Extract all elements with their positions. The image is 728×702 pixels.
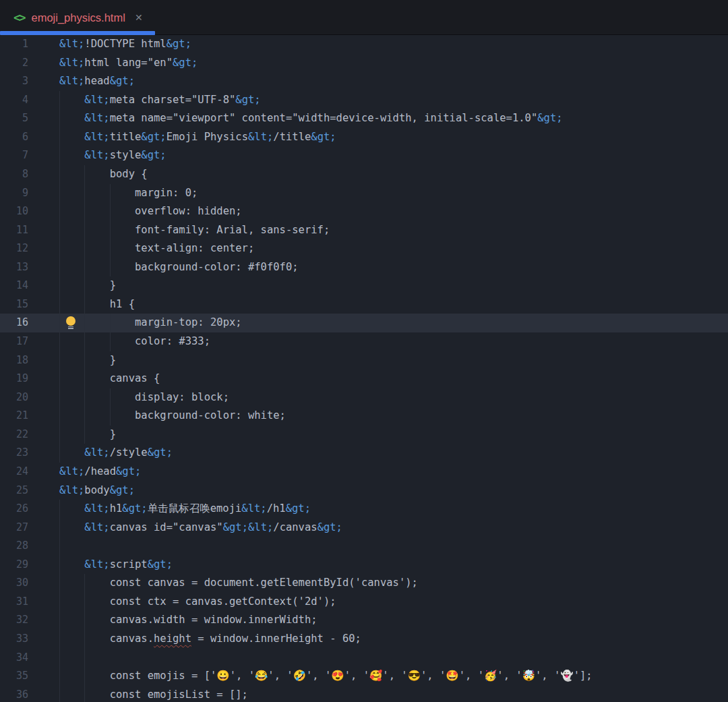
line-number[interactable]: 15 (0, 295, 49, 314)
indent-guide (84, 202, 85, 221)
code-line[interactable]: 25&lt;body&gt; (0, 481, 728, 500)
line-number[interactable]: 20 (0, 388, 49, 407)
code-token: &lt; (59, 75, 84, 87)
code-line[interactable]: 34 (0, 649, 728, 668)
code-line[interactable]: 23 &lt;/style&gt; (0, 444, 728, 463)
line-number[interactable]: 21 (0, 407, 49, 426)
line-number[interactable]: 14 (0, 276, 49, 295)
code-line[interactable]: 10 overflow: hidden; (0, 202, 728, 221)
code-line[interactable]: 2&lt;html lang="en"&gt; (0, 54, 728, 73)
lightbulb-icon[interactable] (65, 316, 75, 330)
code-line[interactable]: 27 &lt;canvas id="canvas"&gt;&lt;/canvas… (0, 519, 728, 537)
code-line[interactable]: 14 } (0, 276, 728, 295)
code-line[interactable]: 16 margin-top: 20px; (0, 314, 728, 332)
code-line[interactable]: 31 const ctx = canvas.getContext('2d'); (0, 593, 728, 612)
line-number[interactable]: 26 (0, 500, 49, 519)
line-number[interactable]: 23 (0, 444, 49, 463)
code-line[interactable]: 21 background-color: white; (0, 407, 728, 426)
tab-emoji-physics-html[interactable]: <> emoji_physics.html ✕ (0, 0, 155, 35)
code-line-content: } (49, 351, 728, 370)
code-line-content: &lt;script&gt; (49, 556, 728, 575)
code-line[interactable]: 7 &lt;style&gt; (0, 146, 728, 165)
line-number[interactable]: 24 (0, 463, 49, 481)
line-number[interactable]: 1 (0, 35, 49, 54)
code-line[interactable]: 33 canvas.height = window.innerHeight - … (0, 630, 728, 649)
indent-guide (59, 519, 60, 537)
line-number[interactable]: 36 (0, 686, 49, 702)
code-token: &lt; (59, 38, 84, 50)
close-icon[interactable]: ✕ (135, 13, 143, 22)
code-line[interactable]: 12 text-align: center; (0, 239, 728, 258)
code-line[interactable]: 19 canvas { (0, 370, 728, 388)
line-number[interactable]: 22 (0, 426, 49, 444)
code-token (59, 521, 84, 533)
line-number[interactable]: 3 (0, 72, 49, 91)
line-number[interactable]: 4 (0, 91, 49, 110)
line-number[interactable]: 28 (0, 537, 49, 556)
indent-guide (84, 239, 85, 258)
code-line[interactable]: 35 const emojis = ['😀', '😂', '🤣', '😍', '… (0, 667, 728, 686)
code-line-content: } (49, 426, 728, 444)
code-line[interactable]: 1&lt;!DOCTYPE html&gt; (0, 35, 728, 54)
line-number[interactable]: 10 (0, 202, 49, 221)
line-number[interactable]: 30 (0, 574, 49, 593)
code-line-content: &lt;!DOCTYPE html&gt; (49, 35, 728, 54)
code-line[interactable]: 26 &lt;h1&gt;单击鼠标召唤emoji&lt;/h1&gt; (0, 500, 728, 519)
line-number[interactable]: 2 (0, 54, 49, 73)
line-number[interactable]: 32 (0, 611, 49, 630)
code-token: &gt; (173, 57, 198, 69)
code-token: &gt; (141, 149, 166, 161)
code-editor[interactable]: 1&lt;!DOCTYPE html&gt;2&lt;html lang="en… (0, 35, 728, 702)
code-line[interactable]: 24&lt;/head&gt; (0, 463, 728, 481)
code-line[interactable]: 11 font-family: Arial, sans-serif; (0, 221, 728, 240)
line-number[interactable]: 19 (0, 370, 49, 388)
line-number[interactable]: 34 (0, 649, 49, 668)
indent-guide (110, 314, 111, 332)
code-line[interactable]: 18 } (0, 351, 728, 370)
spellcheck-warning: height (154, 633, 191, 645)
code-line[interactable]: 30 const canvas = document.getElementByI… (0, 574, 728, 593)
code-line[interactable]: 17 color: #333; (0, 332, 728, 351)
indent-guide (84, 314, 85, 332)
line-number[interactable]: 6 (0, 128, 49, 147)
indent-guide (59, 239, 60, 258)
code-line[interactable]: 4 &lt;meta charset="UTF-8"&gt; (0, 91, 728, 110)
code-line-content: h1 { (49, 295, 728, 314)
code-line[interactable]: 32 canvas.width = window.innerWidth; (0, 611, 728, 630)
code-line[interactable]: 8 body { (0, 165, 728, 184)
code-line[interactable]: 36 const emojisList = []; (0, 686, 728, 702)
line-number[interactable]: 31 (0, 593, 49, 612)
line-number[interactable]: 27 (0, 519, 49, 537)
code-token: margin: 0; (59, 187, 198, 199)
line-number[interactable]: 11 (0, 221, 49, 240)
line-number[interactable]: 33 (0, 630, 49, 649)
code-token: &lt; (84, 446, 109, 459)
code-line[interactable]: 13 background-color: #f0f0f0; (0, 258, 728, 277)
indent-guide (84, 276, 85, 295)
line-number[interactable]: 25 (0, 481, 49, 500)
line-number[interactable]: 18 (0, 351, 49, 370)
line-number[interactable]: 5 (0, 109, 49, 128)
code-line[interactable]: 22 } (0, 426, 728, 444)
line-number[interactable]: 7 (0, 146, 49, 165)
line-number[interactable]: 9 (0, 184, 49, 203)
line-number[interactable]: 13 (0, 258, 49, 277)
line-number[interactable]: 35 (0, 667, 49, 686)
code-line[interactable]: 9 margin: 0; (0, 184, 728, 203)
code-line[interactable]: 6 &lt;title&gt;Emoji Physics&lt;/title&g… (0, 128, 728, 147)
code-line[interactable]: 28 (0, 537, 728, 556)
code-line[interactable]: 5 &lt;meta name="viewport" content="widt… (0, 109, 728, 128)
code-line[interactable]: 20 display: block; (0, 388, 728, 407)
line-number[interactable]: 16 (0, 314, 49, 332)
code-token: /h1 (267, 502, 286, 515)
code-line[interactable]: 29 &lt;script&gt; (0, 556, 728, 575)
code-token: canvas id="canvas" (110, 521, 223, 533)
code-line[interactable]: 15 h1 { (0, 295, 728, 314)
line-number[interactable]: 17 (0, 332, 49, 351)
line-number[interactable]: 12 (0, 239, 49, 258)
line-number[interactable]: 8 (0, 165, 49, 184)
code-line[interactable]: 3&lt;head&gt; (0, 72, 728, 91)
line-number[interactable]: 29 (0, 556, 49, 575)
indent-guide (59, 686, 60, 702)
code-token (59, 502, 84, 515)
